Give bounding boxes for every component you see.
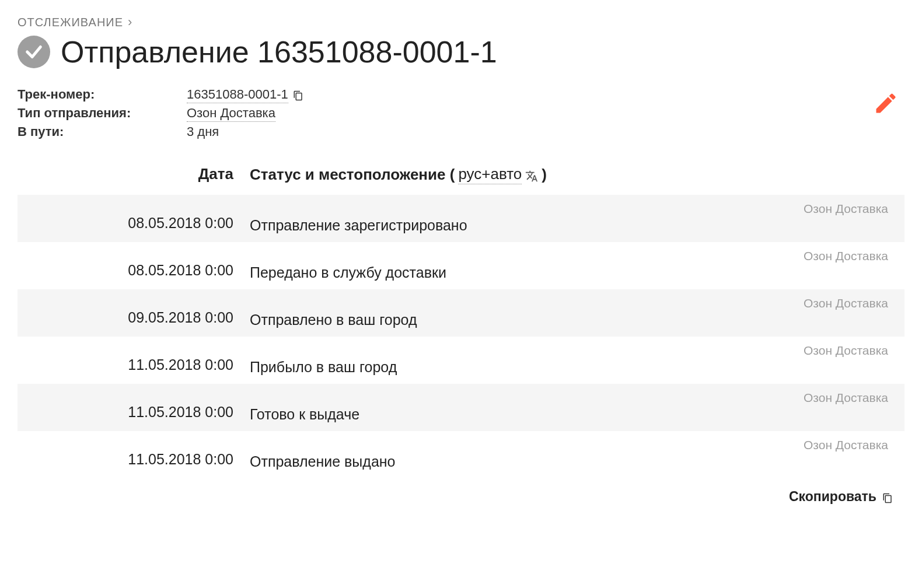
tracking-row: 08.05.2018 0:00Озон ДоставкаОтправление … <box>18 195 904 242</box>
tracking-row: 11.05.2018 0:00Озон ДоставкаПрибыло в ва… <box>18 337 904 384</box>
tracking-body: Озон ДоставкаПрибыло в ваш город <box>250 344 904 376</box>
breadcrumb-root[interactable]: ОТСЛЕЖИВАНИЕ <box>18 16 123 29</box>
tracking-carrier: Озон Доставка <box>250 249 888 263</box>
tracking-row: 11.05.2018 0:00Озон ДоставкаГотово к выд… <box>18 384 904 431</box>
tracking-status: Отправление выдано <box>250 453 888 470</box>
col-header-date: Дата <box>18 165 250 184</box>
meta-row-track: Трек-номер: 16351088-0001-1 <box>18 87 303 103</box>
meta-row-transit: В пути: 3 дня <box>18 124 303 139</box>
tracking-date: 11.05.2018 0:00 <box>18 438 250 468</box>
copy-icon <box>882 491 893 503</box>
tracking-body: Озон ДоставкаОтправление зарегистрирован… <box>250 202 904 234</box>
tracking-status: Отправление зарегистрировано <box>250 217 888 234</box>
meta-value-track[interactable]: 16351088-0001-1 <box>187 87 288 103</box>
tracking-status: Передано в службу доставки <box>250 264 888 281</box>
tracking-row: 08.05.2018 0:00Озон ДоставкаПередано в с… <box>18 242 904 289</box>
tracking-date: 08.05.2018 0:00 <box>18 249 250 279</box>
breadcrumb: ОТСЛЕЖИВАНИЕ › <box>18 15 904 30</box>
col-header-status: Статус и местоположение ( рус+авто ) <box>250 165 904 184</box>
edit-button[interactable] <box>873 90 899 118</box>
status-header-suffix: ) <box>542 166 547 184</box>
tracking-status: Отправлено в ваш город <box>250 312 888 328</box>
meta-value-transit: 3 дня <box>187 124 219 139</box>
page-title-row: Отправление 16351088-0001-1 <box>18 34 904 69</box>
language-selector[interactable]: рус+авто <box>458 165 522 184</box>
copy-all-button[interactable]: Скопировать <box>18 478 904 509</box>
tracking-carrier: Озон Доставка <box>250 202 888 216</box>
meta-row-type: Тип отправления: Озон Доставка <box>18 106 303 122</box>
tracking-date: 08.05.2018 0:00 <box>18 202 250 232</box>
tracking-carrier: Озон Доставка <box>250 438 888 452</box>
meta-value-type[interactable]: Озон Доставка <box>187 106 275 122</box>
tracking-status: Прибыло в ваш город <box>250 359 888 376</box>
tracking-status: Готово к выдаче <box>250 406 888 423</box>
copy-all-label: Скопировать <box>789 489 876 505</box>
copy-icon[interactable] <box>293 89 303 101</box>
tracking-date: 09.05.2018 0:00 <box>18 296 250 326</box>
table-header: Дата Статус и местоположение ( рус+авто … <box>18 165 904 184</box>
tracking-body: Озон ДоставкаОтправление выдано <box>250 438 904 470</box>
meta-label-track: Трек-номер: <box>18 87 187 103</box>
page-title: Отправление 16351088-0001-1 <box>61 34 497 69</box>
check-circle-icon <box>18 36 50 68</box>
tracking-date: 11.05.2018 0:00 <box>18 344 250 373</box>
meta-label-transit: В пути: <box>18 124 187 139</box>
tracking-rows: 08.05.2018 0:00Озон ДоставкаОтправление … <box>18 195 904 478</box>
tracking-body: Озон ДоставкаОтправлено в ваш город <box>250 296 904 328</box>
tracking-body: Озон ДоставкаГотово к выдаче <box>250 391 904 423</box>
tracking-carrier: Озон Доставка <box>250 296 888 310</box>
meta-block: Трек-номер: 16351088-0001-1 Тип отправле… <box>18 87 904 142</box>
chevron-right-icon: › <box>128 15 132 30</box>
tracking-carrier: Озон Доставка <box>250 391 888 405</box>
tracking-date: 11.05.2018 0:00 <box>18 391 250 421</box>
status-header-prefix: Статус и местоположение ( <box>250 166 455 184</box>
tracking-row: 09.05.2018 0:00Озон ДоставкаОтправлено в… <box>18 289 904 337</box>
translate-icon[interactable] <box>525 169 538 181</box>
tracking-row: 11.05.2018 0:00Озон ДоставкаОтправление … <box>18 431 904 478</box>
tracking-body: Озон ДоставкаПередано в службу доставки <box>250 249 904 281</box>
tracking-carrier: Озон Доставка <box>250 344 888 358</box>
meta-label-type: Тип отправления: <box>18 106 187 122</box>
